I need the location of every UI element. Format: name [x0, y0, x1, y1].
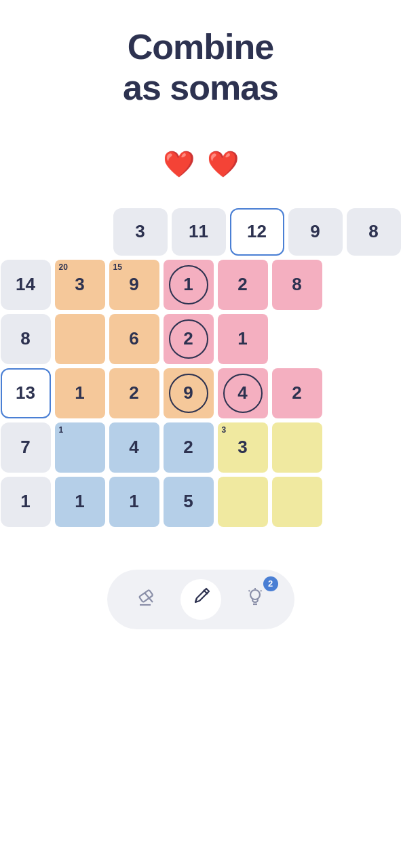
corner-label: 20	[59, 262, 68, 272]
cell-value: 6	[129, 328, 138, 349]
cell-value: 1	[75, 382, 84, 403]
corner-label: 1	[59, 425, 64, 435]
cell-value: 2	[292, 382, 301, 403]
grid-cell[interactable]	[272, 422, 322, 473]
hint-button[interactable]: 2	[235, 579, 275, 620]
grid-cell[interactable]	[272, 477, 322, 527]
grid-row: 714233	[0, 420, 401, 475]
grid-row: 14203159128	[0, 258, 401, 312]
cell-value: 8	[292, 274, 301, 295]
grid-cell[interactable]	[218, 477, 268, 527]
grid-cell[interactable]: 2	[164, 422, 214, 473]
heart-2: ❤️	[207, 149, 239, 179]
cell-value: 4	[129, 437, 138, 458]
col-header: 11	[172, 208, 226, 256]
grid-cell[interactable]	[55, 314, 105, 364]
page-title: Combine as somas	[123, 27, 278, 108]
col-header: 9	[288, 208, 343, 256]
row-header: 13	[1, 368, 51, 418]
row-header: 8	[1, 314, 51, 364]
grid-cell[interactable]: 5	[164, 477, 214, 527]
grid-cell[interactable]: 159	[109, 260, 159, 310]
corner-label: 3	[222, 425, 227, 435]
cell-value: 1	[75, 491, 84, 512]
toolbar: 2	[107, 570, 294, 629]
grid-cell[interactable]: 203	[55, 260, 105, 310]
svg-point-5	[250, 590, 260, 599]
hint-badge: 2	[263, 576, 278, 591]
col-header: 8	[347, 208, 401, 256]
grid-cell[interactable]: 4	[218, 368, 268, 418]
lives-display: ❤️ ❤️	[163, 149, 239, 179]
grid-cell[interactable]: 6	[109, 314, 159, 364]
cell-value: 2	[183, 437, 193, 458]
svg-line-3	[204, 590, 208, 594]
cell-value: 1	[237, 328, 247, 349]
svg-line-9	[261, 591, 262, 592]
grid-cell[interactable]: 1	[55, 477, 105, 527]
col-header: 3	[113, 208, 168, 256]
grid: 14203159128862113129427142331115	[0, 258, 401, 529]
pencil-button[interactable]	[180, 579, 221, 620]
grid-row: 1312942	[0, 366, 401, 420]
eraser-button[interactable]	[126, 579, 167, 620]
cell-value: 5	[183, 491, 193, 512]
circled-value: 4	[223, 374, 263, 413]
row-header: 7	[1, 422, 51, 473]
svg-line-8	[248, 591, 250, 592]
puzzle-area: 3111298 14203159128862113129427142331115	[0, 206, 401, 529]
grid-cell[interactable]: 2	[272, 368, 322, 418]
heart-1: ❤️	[163, 149, 195, 179]
cell-value: 9	[129, 274, 138, 295]
row-header: 14	[1, 260, 51, 310]
grid-cell[interactable]: 4	[109, 422, 159, 473]
grid-cell[interactable]	[272, 314, 322, 364]
grid-cell[interactable]: 9	[164, 368, 214, 418]
grid-cell[interactable]: 33	[218, 422, 268, 473]
cell-value: 3	[75, 274, 84, 295]
grid-row: 8621	[0, 312, 401, 366]
col-header: 12	[230, 208, 284, 256]
grid-cell[interactable]: 1	[164, 260, 214, 310]
row-header: 1	[1, 477, 51, 527]
bulb-icon	[244, 586, 266, 612]
grid-row: 1115	[0, 475, 401, 529]
circled-value: 1	[169, 265, 208, 304]
pencil-icon	[190, 586, 212, 612]
grid-cell[interactable]: 8	[272, 260, 322, 310]
grid-cell[interactable]: 1	[218, 314, 268, 364]
cell-value: 3	[237, 437, 247, 458]
grid-cell[interactable]: 1	[55, 368, 105, 418]
circled-value: 9	[169, 374, 208, 413]
grid-cell[interactable]: 2	[109, 368, 159, 418]
cell-value: 2	[129, 382, 138, 403]
grid-cell[interactable]: 2	[218, 260, 268, 310]
grid-cell[interactable]: 1	[55, 422, 105, 473]
grid-cell[interactable]: 2	[164, 314, 214, 364]
cell-value: 1	[129, 491, 138, 512]
col-headers: 3111298	[53, 206, 402, 258]
grid-cell[interactable]: 1	[109, 477, 159, 527]
circled-value: 2	[169, 319, 208, 359]
corner-label: 15	[113, 262, 122, 272]
cell-value: 2	[237, 274, 247, 295]
eraser-icon	[136, 586, 157, 612]
